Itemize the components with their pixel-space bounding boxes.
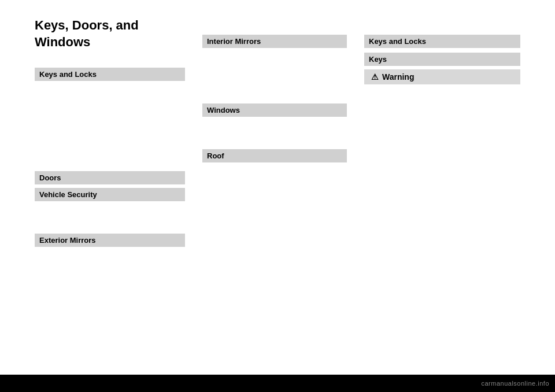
keys-and-locks-right[interactable]: Keys and Locks xyxy=(364,35,520,48)
spacer-mid1 xyxy=(202,51,347,103)
doors-label[interactable]: Doors xyxy=(35,171,185,184)
spacer-top xyxy=(202,17,347,35)
content-area: Keys, Doors, and Windows Keys and Locks … xyxy=(0,0,555,375)
right-column: Keys and Locks Keys ⚠ Warning xyxy=(358,17,520,363)
interior-mirrors-label[interactable]: Interior Mirrors xyxy=(202,35,347,48)
spacer-2 xyxy=(35,136,185,171)
page: Keys, Doors, and Windows Keys and Locks … xyxy=(0,0,555,392)
roof-label[interactable]: Roof xyxy=(202,149,347,162)
spacer-3 xyxy=(35,205,185,234)
watermark-text: carmanualsonline.info xyxy=(481,380,549,387)
windows-label[interactable]: Windows xyxy=(202,103,347,117)
main-title: Keys, Doors, and Windows xyxy=(35,17,185,50)
warning-label: Warning xyxy=(382,72,414,82)
warning-icon: ⚠ xyxy=(371,72,379,82)
keys-sub-label[interactable]: Keys xyxy=(364,53,520,66)
spacer-right-top xyxy=(364,17,520,35)
mid-column: Interior Mirrors Windows Roof xyxy=(197,17,358,363)
exterior-mirrors-label[interactable]: Exterior Mirrors xyxy=(35,234,185,247)
vehicle-security-label[interactable]: Vehicle Security xyxy=(35,188,185,201)
keys-and-locks-left[interactable]: Keys and Locks xyxy=(35,68,185,81)
warning-box: ⚠ Warning xyxy=(364,69,520,84)
spacer-mid2 xyxy=(202,120,347,149)
bottom-bar: carmanualsonline.info xyxy=(0,375,555,392)
spacer-1 xyxy=(35,84,185,136)
left-column: Keys, Doors, and Windows Keys and Locks … xyxy=(35,17,197,363)
